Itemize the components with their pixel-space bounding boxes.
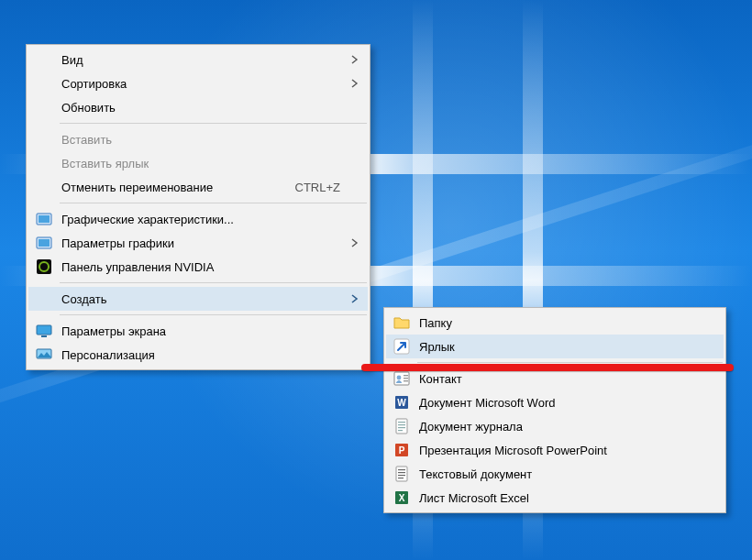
svg-rect-20 xyxy=(398,427,405,428)
svg-rect-3 xyxy=(39,239,50,247)
svg-rect-25 xyxy=(398,469,405,470)
submenu-item-text-document[interactable]: Текстовый документ xyxy=(386,462,724,486)
separator xyxy=(60,203,367,203)
svg-text:P: P xyxy=(399,445,405,456)
menu-item-label: Персонализация xyxy=(61,348,340,362)
desktop-context-menu: Вид Сортировка Обновить Вставить Вставит… xyxy=(26,44,370,370)
menu-item-label: Параметры экрана xyxy=(61,324,340,338)
annotation-underline xyxy=(361,364,734,371)
svg-rect-6 xyxy=(37,325,51,335)
intel-graphics-icon xyxy=(36,211,52,227)
menu-item-view[interactable]: Вид xyxy=(28,48,368,71)
submenu-item-word-document[interactable]: W Документ Microsoft Word xyxy=(386,390,724,414)
svg-rect-28 xyxy=(398,478,404,478)
menu-item-label: Сортировка xyxy=(61,77,340,91)
menu-item-label: Папку xyxy=(419,316,696,330)
svg-rect-24 xyxy=(396,467,407,481)
powerpoint-icon: P xyxy=(393,442,410,458)
journal-icon xyxy=(393,418,410,434)
submenu-arrow-icon xyxy=(351,294,359,303)
svg-text:W: W xyxy=(397,398,406,408)
separator xyxy=(60,314,367,315)
folder-icon xyxy=(393,314,410,331)
menu-item-personalize[interactable]: Персонализация xyxy=(28,343,368,367)
contact-icon xyxy=(393,370,410,387)
svg-rect-13 xyxy=(404,378,408,379)
create-submenu: Папку Ярлык Контакт W Документ Microsoft… xyxy=(383,307,726,513)
menu-item-label: Панель управления NVIDIA xyxy=(61,260,340,274)
intel-graphics-icon xyxy=(36,235,52,251)
menu-item-label: Параметры графики xyxy=(61,236,340,250)
nvidia-icon xyxy=(36,258,52,275)
menu-item-intel-graphics-settings[interactable]: Параметры графики xyxy=(28,231,368,255)
menu-item-label: Вид xyxy=(61,53,340,67)
separator xyxy=(60,123,367,124)
menu-item-label: Создать xyxy=(61,292,340,306)
svg-rect-7 xyxy=(41,335,47,337)
menu-item-display-settings[interactable]: Параметры экрана xyxy=(28,319,368,343)
menu-item-paste-shortcut: Вставить ярлык xyxy=(28,151,368,175)
svg-rect-26 xyxy=(398,472,405,473)
menu-item-label: Документ журнала xyxy=(419,420,696,434)
word-icon: W xyxy=(393,394,410,411)
text-file-icon xyxy=(393,466,410,482)
menu-item-label: Отменить переименование xyxy=(61,181,259,194)
svg-rect-12 xyxy=(404,375,408,376)
svg-rect-27 xyxy=(398,475,405,476)
submenu-item-folder[interactable]: Папку xyxy=(386,311,724,335)
menu-item-label: Вставить ярлык xyxy=(61,157,340,170)
excel-icon: X xyxy=(393,489,410,506)
personalize-icon xyxy=(36,346,52,363)
menu-item-nvidia-control-panel[interactable]: Панель управления NVIDIA xyxy=(28,255,368,279)
shortcut-icon xyxy=(393,338,410,355)
menu-item-label: Графические характеристики... xyxy=(61,213,340,226)
svg-rect-18 xyxy=(398,422,405,423)
submenu-arrow-icon xyxy=(351,79,359,88)
submenu-item-shortcut[interactable]: Ярлык xyxy=(386,335,724,358)
menu-item-undo-rename[interactable]: Отменить переименование CTRL+Z xyxy=(28,175,368,199)
menu-item-intel-graphics-properties[interactable]: Графические характеристики... xyxy=(28,207,368,231)
menu-item-label: Лист Microsoft Excel xyxy=(419,491,696,505)
menu-item-label: Презентация Microsoft PowerPoint xyxy=(419,444,696,457)
menu-item-accelerator: CTRL+Z xyxy=(295,181,340,194)
menu-item-label: Обновить xyxy=(61,101,340,115)
menu-item-create[interactable]: Создать xyxy=(28,287,368,311)
display-settings-icon xyxy=(36,323,52,339)
separator xyxy=(60,282,367,283)
separator xyxy=(417,362,723,363)
submenu-item-journal-document[interactable]: Документ журнала xyxy=(386,414,724,438)
menu-item-label: Вставить xyxy=(61,133,340,147)
svg-rect-14 xyxy=(404,380,408,381)
submenu-item-excel-sheet[interactable]: X Лист Microsoft Excel xyxy=(386,486,724,510)
menu-item-label: Текстовый документ xyxy=(419,467,696,481)
menu-item-refresh[interactable]: Обновить xyxy=(28,95,368,119)
submenu-arrow-icon xyxy=(351,55,359,64)
menu-item-sort[interactable]: Сортировка xyxy=(28,71,368,95)
submenu-item-powerpoint-presentation[interactable]: P Презентация Microsoft PowerPoint xyxy=(386,438,724,462)
svg-rect-1 xyxy=(39,215,50,223)
svg-rect-17 xyxy=(396,419,407,434)
menu-item-label: Контакт xyxy=(419,372,696,386)
menu-item-paste: Вставить xyxy=(28,127,368,151)
menu-item-label: Ярлык xyxy=(419,340,696,354)
menu-item-label: Документ Microsoft Word xyxy=(419,396,696,410)
desktop-background[interactable]: Вид Сортировка Обновить Вставить Вставит… xyxy=(0,0,752,560)
svg-rect-19 xyxy=(398,424,405,425)
svg-point-11 xyxy=(397,376,402,380)
submenu-arrow-icon xyxy=(351,238,359,247)
svg-text:X: X xyxy=(399,493,405,503)
svg-rect-21 xyxy=(398,430,403,431)
